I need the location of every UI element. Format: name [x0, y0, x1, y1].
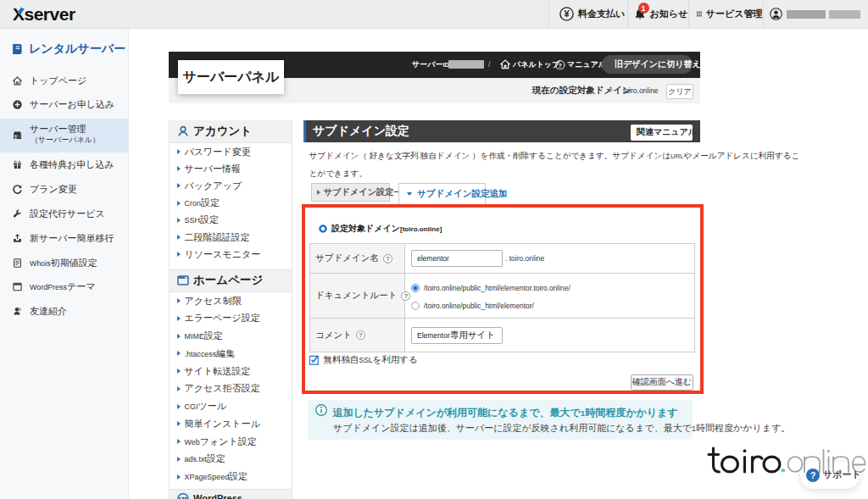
svg-text:¥: ¥ — [564, 8, 570, 19]
svg-text:?: ? — [558, 61, 562, 69]
